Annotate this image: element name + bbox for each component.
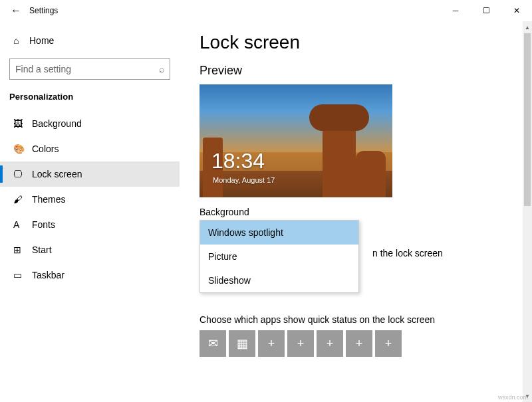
quick-status-app-row: ✉ ▦ + + + + +: [200, 330, 512, 357]
plus-icon: +: [297, 337, 305, 351]
plus-icon: +: [327, 337, 334, 351]
start-icon: ⊞: [13, 245, 32, 255]
quick-app-calendar[interactable]: ▦: [229, 330, 255, 357]
sidebar-item-label: Background: [32, 118, 82, 129]
dropdown-option-picture[interactable]: Picture: [200, 245, 358, 268]
titlebar: ← Settings ─ ☐ ✕: [0, 0, 532, 21]
scrollbar[interactable]: ▲ ▼: [523, 21, 532, 402]
plus-icon: +: [356, 337, 363, 351]
sidebar-item-colors[interactable]: 🎨 Colors: [0, 136, 180, 161]
picture-icon: 🖼: [13, 118, 32, 129]
sidebar-item-label: Lock screen: [32, 169, 82, 179]
watermark: wsxdn.com: [498, 394, 528, 401]
dropdown-option-slideshow[interactable]: Slideshow: [200, 268, 358, 292]
page-title: Lock screen: [200, 32, 512, 53]
category-header: Personalization: [0, 88, 180, 111]
quick-app-add-5[interactable]: +: [375, 330, 402, 357]
mail-icon: ✉: [208, 336, 218, 351]
scroll-thumb[interactable]: [524, 33, 531, 206]
sidebar-item-fonts[interactable]: A Fonts: [0, 212, 180, 237]
background-dropdown[interactable]: Windows spotlight Picture Slideshow: [200, 220, 359, 293]
app-title: Settings: [29, 6, 58, 15]
sidebar-item-background[interactable]: 🖼 Background: [0, 111, 180, 136]
quick-app-add-4[interactable]: +: [346, 330, 372, 357]
quick-app-add-1[interactable]: +: [258, 330, 285, 357]
minimize-button[interactable]: ─: [440, 0, 471, 21]
maximize-button[interactable]: ☐: [471, 0, 501, 21]
preview-clock: 18:34: [211, 149, 265, 173]
plus-icon: +: [268, 337, 275, 351]
plus-icon: +: [385, 337, 392, 351]
sidebar-item-label: Themes: [32, 194, 66, 205]
search-input[interactable]: Find a setting ⌕: [9, 58, 170, 80]
quick-app-add-2[interactable]: +: [287, 330, 314, 357]
preview-date: Monday, August 17: [213, 176, 275, 184]
calendar-icon: ▦: [237, 336, 248, 351]
lock-screen-icon: 🖵: [13, 169, 32, 179]
quick-app-mail[interactable]: ✉: [200, 330, 226, 357]
taskbar-icon: ▭: [13, 270, 32, 280]
home-icon: ⌂: [13, 35, 29, 46]
content-area: Lock screen Preview 18:34 Monday, August…: [180, 21, 532, 402]
sidebar-item-start[interactable]: ⊞ Start: [0, 237, 180, 262]
quick-app-add-3[interactable]: +: [317, 330, 343, 357]
palette-icon: 🎨: [13, 144, 32, 154]
back-button[interactable]: ←: [5, 0, 27, 21]
sidebar: ⌂ Home Find a setting ⌕ Personalization …: [0, 21, 180, 402]
brush-icon: 🖌: [13, 194, 32, 205]
sidebar-item-themes[interactable]: 🖌 Themes: [0, 187, 180, 212]
background-label: Background: [200, 207, 512, 217]
scroll-up-icon[interactable]: ▲: [523, 23, 532, 32]
preview-label: Preview: [200, 64, 512, 78]
close-button[interactable]: ✕: [501, 0, 532, 21]
search-icon: ⌕: [159, 64, 164, 74]
sidebar-item-taskbar[interactable]: ▭ Taskbar: [0, 262, 180, 288]
sidebar-item-lock-screen[interactable]: 🖵 Lock screen: [0, 161, 180, 187]
dropdown-option-spotlight[interactable]: Windows spotlight: [200, 221, 358, 245]
detailed-status-label-partial: n the lock screen: [372, 248, 492, 258]
sidebar-item-label: Start: [32, 245, 52, 255]
sidebar-home[interactable]: ⌂ Home: [0, 28, 180, 53]
quick-status-label: Choose which apps show quick status on t…: [200, 314, 512, 325]
font-icon: A: [13, 219, 32, 230]
search-placeholder: Find a setting: [15, 64, 159, 74]
home-label: Home: [29, 35, 54, 46]
sidebar-item-label: Taskbar: [32, 270, 65, 280]
sidebar-item-label: Colors: [32, 144, 59, 154]
sidebar-item-label: Fonts: [32, 219, 55, 230]
lock-screen-preview[interactable]: 18:34 Monday, August 17: [200, 84, 392, 197]
